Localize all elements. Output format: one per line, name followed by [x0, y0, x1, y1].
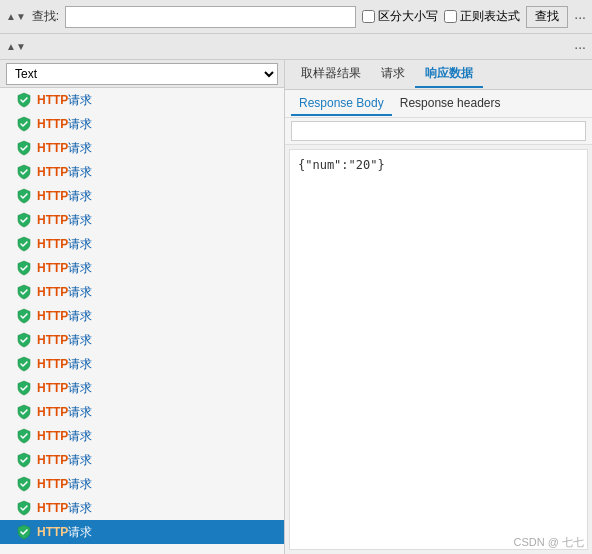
dropdown-bar: Text RegExp	[0, 60, 284, 88]
subtab-body[interactable]: Response Body	[291, 92, 392, 116]
list-item[interactable]: HTTP请求	[0, 496, 284, 520]
right-panel: 取样器结果 请求 响应数据 Response Body Response hea…	[285, 60, 592, 554]
list-item[interactable]: HTTP请求	[0, 376, 284, 400]
tab-sampler[interactable]: 取样器结果	[291, 61, 371, 88]
http-prefix: HTTP	[37, 117, 68, 131]
list-item[interactable]: HTTP请求	[0, 256, 284, 280]
list-item[interactable]: HTTP请求	[0, 184, 284, 208]
list-item[interactable]: HTTP请求	[0, 448, 284, 472]
list-item-text: HTTP请求	[37, 92, 92, 109]
http-prefix: HTTP	[37, 453, 68, 467]
shield-icon	[16, 428, 32, 444]
shield-icon	[16, 380, 32, 396]
shield-icon	[16, 404, 32, 420]
list-item[interactable]: HTTP请求	[0, 352, 284, 376]
tab-request[interactable]: 请求	[371, 61, 415, 88]
watermark: CSDN @ 七七	[514, 535, 584, 550]
shield-icon	[16, 284, 32, 300]
list-item-text: HTTP请求	[37, 236, 92, 253]
list-item-text: HTTP请求	[37, 452, 92, 469]
shield-icon	[16, 188, 32, 204]
shield-icon	[16, 524, 32, 540]
main-container: Text RegExp HTTP请求 HTTP请求 HTTP请求 HTTP请求 …	[0, 60, 592, 554]
list-item[interactable]: HTTP请求	[0, 160, 284, 184]
list-item-text: HTTP请求	[37, 284, 92, 301]
list-item[interactable]: HTTP请求	[0, 232, 284, 256]
regex-label: 正则表达式	[460, 8, 520, 25]
list-item[interactable]: HTTP请求	[0, 88, 284, 112]
response-search-bar	[285, 118, 592, 145]
list-item-text: HTTP请求	[37, 260, 92, 277]
search-input[interactable]	[65, 6, 356, 28]
list-item[interactable]: HTTP请求	[0, 520, 284, 544]
search-label: 查找:	[32, 8, 59, 25]
second-toolbar-arrow[interactable]: ▲▼	[6, 41, 26, 52]
http-prefix: HTTP	[37, 93, 68, 107]
type-dropdown[interactable]: Text RegExp	[6, 63, 278, 85]
list-item-text: HTTP请求	[37, 332, 92, 349]
sub-tabs: Response Body Response headers	[285, 90, 592, 118]
regex-checkbox[interactable]	[444, 10, 457, 23]
list-item[interactable]: HTTP请求	[0, 280, 284, 304]
second-dots-menu[interactable]: ···	[574, 39, 586, 55]
shield-icon	[16, 332, 32, 348]
http-prefix: HTTP	[37, 285, 68, 299]
list-item[interactable]: HTTP请求	[0, 208, 284, 232]
case-sensitive-checkbox[interactable]	[362, 10, 375, 23]
case-sensitive-checkbox-group[interactable]: 区分大小写	[362, 8, 438, 25]
shield-icon	[16, 140, 32, 156]
http-prefix: HTTP	[37, 189, 68, 203]
list-item[interactable]: HTTP请求	[0, 400, 284, 424]
http-prefix: HTTP	[37, 525, 68, 539]
list-item-text: HTTP请求	[37, 212, 92, 229]
http-prefix: HTTP	[37, 237, 68, 251]
http-prefix: HTTP	[37, 501, 68, 515]
http-prefix: HTTP	[37, 309, 68, 323]
search-button[interactable]: 查找	[526, 6, 568, 28]
response-body-content: {"num":"20"}	[289, 149, 588, 550]
shield-icon	[16, 212, 32, 228]
http-prefix: HTTP	[37, 429, 68, 443]
list-item-text: HTTP请求	[37, 380, 92, 397]
http-prefix: HTTP	[37, 333, 68, 347]
list-area: HTTP请求 HTTP请求 HTTP请求 HTTP请求 HTTP请求 HTTP请…	[0, 88, 284, 554]
shield-icon	[16, 308, 32, 324]
list-item-text: HTTP请求	[37, 164, 92, 181]
list-item-text: HTTP请求	[37, 356, 92, 373]
http-prefix: HTTP	[37, 141, 68, 155]
list-item-text: HTTP请求	[37, 404, 92, 421]
response-search-input[interactable]	[291, 121, 586, 141]
list-item[interactable]: HTTP请求	[0, 472, 284, 496]
list-item-text: HTTP请求	[37, 524, 92, 541]
http-prefix: HTTP	[37, 357, 68, 371]
http-prefix: HTTP	[37, 165, 68, 179]
second-toolbar: ▲▼ ···	[0, 34, 592, 60]
shield-icon	[16, 452, 32, 468]
list-item[interactable]: HTTP请求	[0, 112, 284, 136]
top-toolbar: ▲▼ 查找: 区分大小写 正则表达式 查找 ···	[0, 0, 592, 34]
list-item-text: HTTP请求	[37, 308, 92, 325]
list-item-text: HTTP请求	[37, 188, 92, 205]
http-prefix: HTTP	[37, 477, 68, 491]
list-item[interactable]: HTTP请求	[0, 328, 284, 352]
subtab-headers[interactable]: Response headers	[392, 92, 509, 116]
shield-icon	[16, 260, 32, 276]
left-panel: Text RegExp HTTP请求 HTTP请求 HTTP请求 HTTP请求 …	[0, 60, 285, 554]
shield-icon	[16, 500, 32, 516]
list-item-text: HTTP请求	[37, 140, 92, 157]
toolbar-arrow-up[interactable]: ▲▼	[6, 11, 26, 22]
tab-response[interactable]: 响应数据	[415, 61, 483, 88]
shield-icon	[16, 356, 32, 372]
shield-icon	[16, 164, 32, 180]
http-prefix: HTTP	[37, 405, 68, 419]
list-item-text: HTTP请求	[37, 476, 92, 493]
shield-icon	[16, 236, 32, 252]
list-item[interactable]: HTTP请求	[0, 136, 284, 160]
dots-menu-icon[interactable]: ···	[574, 9, 586, 25]
shield-icon	[16, 476, 32, 492]
list-item[interactable]: HTTP请求	[0, 304, 284, 328]
regex-checkbox-group[interactable]: 正则表达式	[444, 8, 520, 25]
list-item-text: HTTP请求	[37, 500, 92, 517]
list-item[interactable]: HTTP请求	[0, 424, 284, 448]
list-item-text: HTTP请求	[37, 428, 92, 445]
